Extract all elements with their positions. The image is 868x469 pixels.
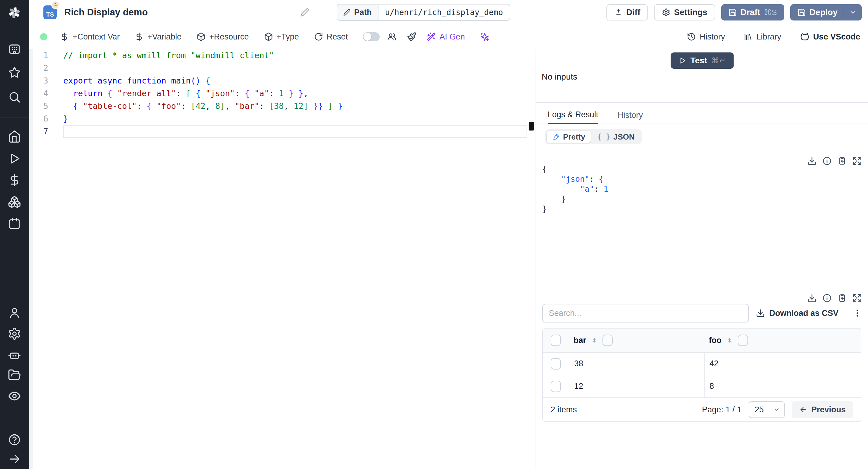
info-icon[interactable] bbox=[822, 293, 832, 303]
pen-icon bbox=[552, 133, 560, 141]
user-icon[interactable] bbox=[8, 306, 21, 319]
path-pill[interactable]: Path u/henri/rich_display_demo bbox=[337, 4, 510, 21]
add-type-button[interactable]: +Type bbox=[264, 32, 299, 41]
arrow-right-icon[interactable] bbox=[8, 452, 21, 466]
code-editor[interactable]: 1// import * as wmill from "windmill-cli… bbox=[29, 49, 535, 469]
column-checkbox[interactable] bbox=[602, 335, 613, 346]
result-json: { "json": { "a": 1 }} bbox=[542, 164, 608, 214]
result-line: "a": 1 bbox=[542, 184, 608, 194]
edit-title-pencil-icon[interactable] bbox=[300, 8, 309, 17]
resources-boxes-icon[interactable] bbox=[8, 195, 21, 209]
runs-play-icon[interactable] bbox=[8, 152, 21, 165]
download-icon[interactable] bbox=[807, 156, 817, 166]
schedules-calendar-icon[interactable] bbox=[8, 217, 21, 230]
reset-button[interactable]: Reset bbox=[314, 32, 348, 41]
pretty-toggle[interactable]: Pretty bbox=[547, 131, 591, 143]
arrow-left-icon bbox=[799, 406, 807, 413]
dollar-icon bbox=[60, 32, 69, 41]
column-header-foo[interactable]: foo bbox=[709, 336, 721, 345]
vscode-cat-icon bbox=[800, 32, 809, 41]
braces-icon: { } bbox=[597, 133, 610, 141]
wand-icon bbox=[427, 32, 436, 41]
code-line[interactable]: 7 bbox=[29, 125, 535, 138]
home-icon[interactable] bbox=[8, 130, 21, 143]
star-icon[interactable] bbox=[8, 66, 21, 79]
table-row: 128 bbox=[543, 375, 861, 398]
clipboard-copy-icon[interactable] bbox=[837, 293, 847, 303]
add-variable-button[interactable]: +Variable bbox=[135, 32, 181, 41]
expand-icon[interactable] bbox=[852, 293, 862, 303]
toolbar: +Context Var +Variable +Resource +Type R… bbox=[29, 25, 868, 49]
library-button[interactable]: Library bbox=[744, 32, 781, 41]
eye-icon[interactable] bbox=[8, 389, 21, 403]
json-toggle[interactable]: { } JSON bbox=[592, 131, 640, 143]
play-icon bbox=[678, 57, 686, 64]
gear-icon[interactable] bbox=[8, 327, 21, 340]
code-line[interactable]: 2 bbox=[29, 62, 535, 74]
chevron-down-icon bbox=[849, 8, 857, 16]
code-line[interactable]: 6} bbox=[29, 113, 535, 125]
code-line[interactable]: 1// import * as wmill from "windmill-cli… bbox=[29, 49, 535, 62]
code-line[interactable]: 4 return { "render_all": [ { "json": { "… bbox=[29, 87, 535, 100]
cell-foo: 8 bbox=[704, 375, 861, 397]
variables-dollar-icon[interactable] bbox=[8, 174, 21, 187]
no-inputs-label: No inputs bbox=[541, 72, 577, 82]
sort-icon[interactable] bbox=[591, 336, 598, 345]
column-checkbox[interactable] bbox=[738, 335, 748, 346]
history-button[interactable]: History bbox=[687, 32, 725, 41]
code-line[interactable]: 5 { "table-col": { "foo": [42, 8], "bar"… bbox=[29, 100, 535, 113]
diff-button[interactable]: Diff bbox=[607, 4, 648, 21]
sparkles-icon[interactable] bbox=[480, 32, 490, 41]
draft-button[interactable]: Draft ⌘S bbox=[721, 4, 784, 21]
table-footer: 2 items Page: 1 / 1 25 Previous bbox=[543, 398, 861, 421]
deploy-button-group: Deploy bbox=[790, 4, 862, 21]
deploy-button[interactable]: Deploy bbox=[790, 4, 844, 21]
page-size-select[interactable]: 25 bbox=[749, 401, 785, 418]
search-input[interactable] bbox=[542, 304, 749, 322]
emoji-badge-icon: ☺ bbox=[51, 1, 60, 9]
expand-icon[interactable] bbox=[852, 156, 862, 166]
column-header-bar[interactable]: bar bbox=[574, 336, 586, 345]
search-icon[interactable] bbox=[8, 90, 21, 104]
download-icon[interactable] bbox=[807, 293, 817, 303]
use-vscode-button[interactable]: Use VScode bbox=[800, 32, 860, 41]
format-brush-icon[interactable] bbox=[407, 32, 416, 41]
row-checkbox[interactable] bbox=[551, 358, 561, 370]
info-icon[interactable] bbox=[822, 156, 832, 166]
add-context-var-button[interactable]: +Context Var bbox=[60, 32, 120, 41]
right-panel: Test ⌘↵ No inputs Logs & Result History … bbox=[536, 49, 868, 469]
settings-button[interactable]: Settings bbox=[654, 4, 715, 21]
apps-icon[interactable] bbox=[8, 42, 21, 56]
tab-logs-result[interactable]: Logs & Result bbox=[548, 110, 598, 124]
windmill-logo[interactable] bbox=[8, 6, 21, 19]
path-value: u/henri/rich_display_demo bbox=[378, 4, 510, 20]
kebab-menu-button[interactable] bbox=[853, 309, 862, 318]
splitter-handle[interactable] bbox=[529, 122, 534, 130]
select-all-checkbox[interactable] bbox=[551, 335, 561, 346]
status-dot bbox=[40, 33, 47, 40]
tab-history[interactable]: History bbox=[618, 111, 643, 124]
sidebar-divider bbox=[0, 118, 29, 118]
test-button[interactable]: Test ⌘↵ bbox=[671, 53, 734, 69]
row-checkbox[interactable] bbox=[551, 381, 561, 392]
code-line[interactable]: 3export async function main() { bbox=[29, 74, 535, 87]
package-icon bbox=[196, 32, 206, 41]
dollar-icon bbox=[135, 32, 144, 41]
add-resource-button[interactable]: +Resource bbox=[196, 32, 249, 41]
clipboard-copy-icon[interactable] bbox=[837, 156, 847, 166]
download-csv-button[interactable]: Download as CSV bbox=[756, 309, 838, 318]
collab-toggle[interactable] bbox=[363, 32, 380, 41]
table-row: 3842 bbox=[543, 353, 861, 375]
page-title: Rich Display demo bbox=[64, 0, 148, 25]
sort-icon[interactable] bbox=[726, 336, 733, 345]
line-number: 7 bbox=[29, 125, 48, 138]
workers-robot-icon[interactable] bbox=[8, 348, 21, 362]
ai-gen-button[interactable]: AI Gen bbox=[427, 32, 465, 41]
help-icon[interactable] bbox=[8, 433, 21, 446]
users-icon[interactable] bbox=[387, 32, 397, 41]
folder-open-icon[interactable] bbox=[8, 368, 21, 382]
table-header: bar foo bbox=[543, 329, 861, 353]
deploy-dropdown-button[interactable] bbox=[844, 4, 862, 21]
previous-page-button[interactable]: Previous bbox=[792, 401, 853, 418]
refresh-icon bbox=[314, 32, 323, 41]
